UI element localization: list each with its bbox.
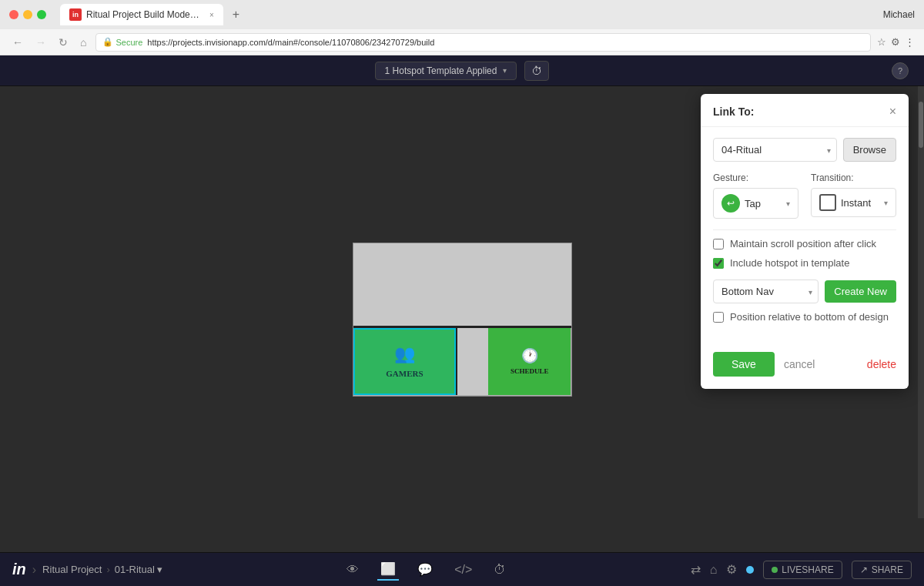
- timer-button[interactable]: ⏱: [524, 61, 549, 81]
- invision-logo: in: [12, 561, 26, 578]
- schedule-section: 🕐 SCHEDULE: [488, 328, 571, 395]
- delete-button[interactable]: delete: [867, 358, 896, 370]
- include-hotspot-label: Include hotspot in template: [730, 257, 849, 269]
- link-to-select[interactable]: 04-Ritual: [713, 138, 837, 162]
- breadcrumb-screen-name: 01-Ritual: [115, 564, 155, 575]
- bookmark-button[interactable]: ☆: [877, 36, 886, 48]
- minimize-dot[interactable]: [23, 10, 32, 19]
- build-tool-icon[interactable]: ⬜: [377, 558, 399, 581]
- home-button[interactable]: ⌂: [77, 35, 89, 50]
- gesture-value: Tap: [745, 198, 761, 209]
- panel-close-button[interactable]: ×: [889, 105, 896, 119]
- menu-button[interactable]: ⋮: [905, 36, 915, 48]
- gesture-tap-icon: ↩: [721, 194, 740, 213]
- maintain-scroll-checkbox[interactable]: [713, 239, 724, 249]
- extensions-button[interactable]: ⚙: [891, 36, 900, 48]
- browser-toolbar: ← → ↻ ⌂ 🔒 Secure https://projects.invisi…: [0, 29, 924, 55]
- liveshare-button[interactable]: LIVESHARE: [763, 561, 842, 579]
- create-new-button[interactable]: Create New: [825, 280, 896, 303]
- template-select[interactable]: Bottom Nav: [713, 280, 819, 303]
- maintain-scroll-label: Maintain scroll position after click: [730, 238, 876, 249]
- home-icon[interactable]: ⌂: [710, 563, 718, 577]
- share-label: SHARE: [872, 564, 903, 575]
- template-row: Bottom Nav ▾ Create New: [713, 280, 896, 303]
- browse-button[interactable]: Browse: [843, 138, 896, 162]
- transition-select-button[interactable]: Instant ▾: [811, 188, 896, 217]
- comment-tool-icon[interactable]: 💬: [414, 559, 436, 580]
- schedule-icon: 🕐: [521, 347, 538, 364]
- bottom-toolbar-center: 👁 ⬜ 💬 </> ⏱: [343, 558, 509, 581]
- secure-indicator: 🔒 Secure: [102, 37, 142, 47]
- position-checkbox[interactable]: [713, 312, 724, 323]
- transition-label: Transition:: [811, 172, 896, 183]
- breadcrumb-sep-1: ›: [106, 564, 109, 575]
- panel-title: Link To:: [713, 105, 754, 118]
- back-button[interactable]: ←: [9, 35, 26, 50]
- gesture-col: Gesture: ↩ Tap ▾: [713, 172, 798, 219]
- gesture-label: Gesture:: [713, 172, 798, 183]
- close-dot[interactable]: [9, 10, 18, 19]
- hotspot-badge-arrow-icon[interactable]: ▾: [503, 66, 507, 75]
- mockup-divider: [457, 328, 488, 395]
- share-button[interactable]: ↗ SHARE: [852, 561, 912, 579]
- reload-button[interactable]: ↻: [55, 35, 71, 50]
- transition-value: Instant: [841, 197, 871, 209]
- maintain-scroll-row: Maintain scroll position after click: [713, 238, 896, 249]
- panel-body: 04-Ritual ▾ Browse Gesture: ↩ Tap ▾: [701, 127, 909, 344]
- link-to-select-wrap: 04-Ritual ▾: [713, 138, 837, 162]
- history-tool-icon[interactable]: ⏱: [490, 560, 509, 580]
- tab-close-button[interactable]: ×: [209, 11, 214, 19]
- help-button[interactable]: ?: [892, 62, 909, 79]
- panel-header: Link To: ×: [701, 94, 909, 127]
- hotspot-badge: 1 Hotspot Template Applied ▾: [375, 62, 517, 80]
- browser-user: Michael: [883, 9, 915, 20]
- mockup-top-area: [353, 243, 571, 328]
- breadcrumb: Ritual Project › 01-Ritual ▾: [42, 564, 162, 575]
- transition-arrow-icon: ▾: [884, 199, 888, 207]
- settings-icon[interactable]: ⚙: [726, 562, 737, 577]
- mockup-bottom-area: 👥 GAMERS 🕐 SCHEDULE: [353, 328, 571, 395]
- preview-tool-icon[interactable]: 👁: [343, 560, 362, 580]
- cancel-button[interactable]: cancel: [784, 358, 815, 370]
- bottom-toolbar: in › Ritual Project › 01-Ritual ▾ 👁 ⬜ 💬 …: [0, 552, 924, 586]
- gesture-select-button[interactable]: ↩ Tap ▾: [713, 188, 798, 219]
- include-hotspot-row: Include hotspot in template: [713, 257, 896, 269]
- transition-col: Transition: Instant ▾: [811, 172, 896, 219]
- scrollbar-thumb: [919, 102, 923, 148]
- scrollbar[interactable]: [918, 86, 924, 518]
- breadcrumb-project[interactable]: Ritual Project: [42, 564, 102, 575]
- app-area: 1 Hotspot Template Applied ▾ ⏱ ? 👥 GAMER…: [0, 55, 924, 586]
- user-avatar[interactable]: [746, 566, 754, 574]
- breadcrumb-screen[interactable]: 01-Ritual ▾: [115, 564, 162, 575]
- maximize-dot[interactable]: [37, 10, 46, 19]
- top-bar: 1 Hotspot Template Applied ▾ ⏱ ?: [0, 55, 924, 86]
- tab-favicon: in: [69, 8, 82, 21]
- bottom-toolbar-right: ⇄ ⌂ ⚙ LIVESHARE ↗ SHARE: [691, 561, 912, 579]
- address-bar[interactable]: 🔒 Secure https://projects.invisionapp.co…: [95, 33, 871, 52]
- browser-actions: ☆ ⚙ ⋮: [877, 36, 915, 48]
- bottom-toolbar-left: in › Ritual Project › 01-Ritual ▾: [12, 561, 162, 578]
- secure-text: Secure: [116, 38, 142, 47]
- liveshare-dot-icon: [772, 567, 778, 573]
- forward-button[interactable]: →: [32, 35, 49, 50]
- transition-instant-icon: [819, 194, 836, 211]
- divider-1: [713, 229, 896, 230]
- browser-dots: [9, 10, 46, 19]
- mockup-image: 👥 GAMERS 🕐 SCHEDULE: [353, 243, 572, 397]
- browser-tab[interactable]: in Ritual Project Build Mode - Inv ×: [60, 4, 223, 25]
- inspect-tool-icon[interactable]: </>: [451, 560, 475, 580]
- link-to-row: 04-Ritual ▾ Browse: [713, 138, 896, 162]
- breadcrumb-dropdown-icon: ▾: [157, 564, 162, 575]
- gesture-transition-row: Gesture: ↩ Tap ▾ Transition: Instant ▾: [713, 172, 896, 219]
- include-hotspot-checkbox[interactable]: [713, 258, 724, 269]
- schedule-label: SCHEDULE: [511, 367, 549, 375]
- save-button[interactable]: Save: [713, 352, 775, 377]
- lock-icon: 🔒: [102, 37, 113, 47]
- panel-footer: Save cancel delete: [701, 344, 909, 389]
- new-tab-button[interactable]: +: [233, 8, 239, 22]
- share-network-icon[interactable]: ⇄: [691, 562, 701, 577]
- tab-title: Ritual Project Build Mode - Inv: [86, 9, 202, 20]
- hotspot-gamers[interactable]: [353, 328, 457, 395]
- browser-chrome: in Ritual Project Build Mode - Inv × + M…: [0, 0, 924, 55]
- phone-mockup: 👥 GAMERS 🕐 SCHEDULE: [353, 243, 572, 397]
